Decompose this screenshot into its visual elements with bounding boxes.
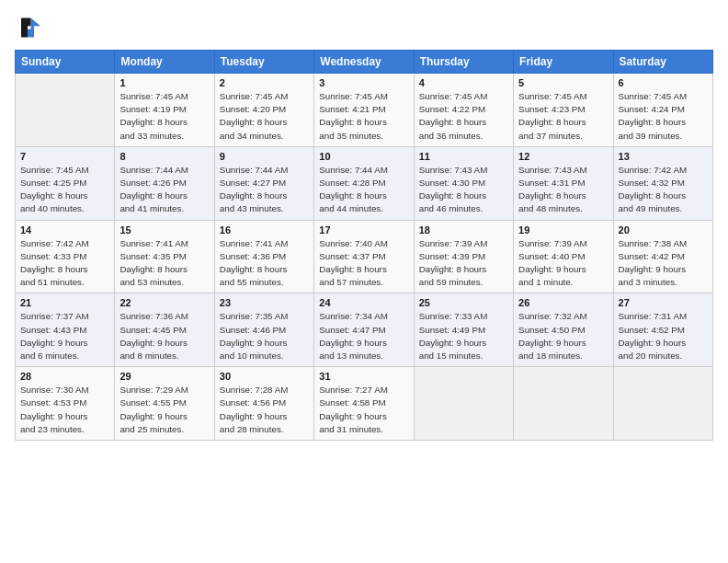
weekday-monday: Monday (115, 51, 214, 74)
day-number: 8 (119, 151, 209, 162)
week-row-3: 14Sunrise: 7:42 AMSunset: 4:33 PMDayligh… (16, 220, 713, 293)
day-cell: 11Sunrise: 7:43 AMSunset: 4:30 PMDayligh… (414, 146, 513, 220)
day-info: Sunrise: 7:43 AMSunset: 4:30 PMDaylight:… (419, 164, 508, 216)
day-number: 17 (319, 224, 408, 236)
day-number: 29 (119, 371, 209, 382)
day-info: Sunrise: 7:45 AMSunset: 4:20 PMDaylight:… (220, 90, 309, 143)
day-info: Sunrise: 7:45 AMSunset: 4:22 PMDaylight:… (419, 90, 508, 143)
day-cell (613, 367, 712, 441)
page: SundayMondayTuesdayWednesdayThursdayFrid… (0, 0, 728, 563)
week-row-1: 1Sunrise: 7:45 AMSunset: 4:19 PMDaylight… (16, 74, 713, 147)
day-cell: 19Sunrise: 7:39 AMSunset: 4:40 PMDayligh… (514, 220, 613, 293)
day-number: 19 (518, 224, 608, 236)
day-number: 13 (619, 151, 708, 162)
week-row-2: 7Sunrise: 7:45 AMSunset: 4:25 PMDaylight… (16, 146, 713, 220)
day-cell: 16Sunrise: 7:41 AMSunset: 4:36 PMDayligh… (214, 220, 313, 293)
weekday-friday: Friday (514, 51, 613, 74)
day-info: Sunrise: 7:44 AMSunset: 4:26 PMDaylight:… (119, 164, 209, 216)
day-cell: 27Sunrise: 7:31 AMSunset: 4:52 PMDayligh… (613, 293, 712, 367)
day-info: Sunrise: 7:39 AMSunset: 4:40 PMDaylight:… (518, 237, 608, 290)
day-cell: 9Sunrise: 7:44 AMSunset: 4:27 PMDaylight… (214, 146, 313, 220)
day-number: 20 (619, 224, 708, 236)
day-number: 22 (119, 297, 209, 308)
day-cell: 26Sunrise: 7:32 AMSunset: 4:50 PMDayligh… (514, 293, 613, 367)
weekday-thursday: Thursday (414, 51, 513, 74)
day-cell: 3Sunrise: 7:45 AMSunset: 4:21 PMDaylight… (314, 74, 414, 147)
weekday-header-row: SundayMondayTuesdayWednesdayThursdayFrid… (16, 51, 713, 74)
day-number: 7 (20, 151, 109, 162)
day-info: Sunrise: 7:28 AMSunset: 4:56 PMDaylight:… (220, 384, 309, 436)
day-cell (414, 367, 513, 441)
day-cell: 30Sunrise: 7:28 AMSunset: 4:56 PMDayligh… (214, 367, 313, 441)
day-number: 6 (619, 77, 708, 88)
day-number: 4 (419, 77, 508, 88)
calendar-table: SundayMondayTuesdayWednesdayThursdayFrid… (15, 50, 713, 441)
day-cell (16, 74, 115, 147)
header (15, 15, 713, 40)
day-info: Sunrise: 7:40 AMSunset: 4:37 PMDaylight:… (319, 237, 408, 290)
day-info: Sunrise: 7:35 AMSunset: 4:46 PMDaylight:… (220, 310, 309, 362)
day-number: 23 (220, 297, 309, 308)
day-cell: 12Sunrise: 7:43 AMSunset: 4:31 PMDayligh… (514, 146, 613, 220)
day-cell: 1Sunrise: 7:45 AMSunset: 4:19 PMDaylight… (115, 74, 214, 147)
day-info: Sunrise: 7:45 AMSunset: 4:19 PMDaylight:… (119, 90, 209, 143)
day-cell: 29Sunrise: 7:29 AMSunset: 4:55 PMDayligh… (115, 367, 214, 441)
day-cell: 6Sunrise: 7:45 AMSunset: 4:24 PMDaylight… (613, 74, 712, 147)
weekday-wednesday: Wednesday (314, 51, 414, 74)
day-number: 28 (20, 371, 109, 382)
day-cell: 4Sunrise: 7:45 AMSunset: 4:22 PMDaylight… (414, 74, 513, 147)
day-info: Sunrise: 7:45 AMSunset: 4:24 PMDaylight:… (619, 90, 708, 143)
day-number: 24 (319, 297, 408, 308)
day-info: Sunrise: 7:37 AMSunset: 4:43 PMDaylight:… (20, 310, 109, 362)
day-info: Sunrise: 7:39 AMSunset: 4:39 PMDaylight:… (419, 237, 508, 290)
day-number: 21 (20, 297, 109, 308)
weekday-saturday: Saturday (613, 51, 712, 74)
day-info: Sunrise: 7:31 AMSunset: 4:52 PMDaylight:… (619, 310, 708, 362)
day-cell: 13Sunrise: 7:42 AMSunset: 4:32 PMDayligh… (613, 146, 712, 220)
day-cell: 17Sunrise: 7:40 AMSunset: 4:37 PMDayligh… (314, 220, 414, 293)
day-cell: 10Sunrise: 7:44 AMSunset: 4:28 PMDayligh… (314, 146, 414, 220)
day-info: Sunrise: 7:44 AMSunset: 4:28 PMDaylight:… (319, 164, 408, 216)
day-number: 15 (119, 224, 209, 236)
day-number: 11 (419, 151, 508, 162)
calendar-header: SundayMondayTuesdayWednesdayThursdayFrid… (16, 51, 713, 74)
day-number: 5 (518, 77, 608, 88)
day-number: 25 (419, 297, 508, 308)
week-row-5: 28Sunrise: 7:30 AMSunset: 4:53 PMDayligh… (16, 367, 713, 441)
logo-icon (15, 15, 40, 40)
day-info: Sunrise: 7:36 AMSunset: 4:45 PMDaylight:… (119, 310, 209, 362)
day-number: 16 (220, 224, 309, 236)
day-cell: 7Sunrise: 7:45 AMSunset: 4:25 PMDaylight… (16, 146, 115, 220)
day-info: Sunrise: 7:44 AMSunset: 4:27 PMDaylight:… (220, 164, 309, 216)
day-cell: 18Sunrise: 7:39 AMSunset: 4:39 PMDayligh… (414, 220, 513, 293)
day-info: Sunrise: 7:43 AMSunset: 4:31 PMDaylight:… (518, 164, 608, 216)
day-cell: 14Sunrise: 7:42 AMSunset: 4:33 PMDayligh… (16, 220, 115, 293)
day-cell: 2Sunrise: 7:45 AMSunset: 4:20 PMDaylight… (214, 74, 313, 147)
weekday-sunday: Sunday (16, 51, 115, 74)
day-number: 3 (319, 77, 408, 88)
day-number: 26 (518, 297, 608, 308)
day-info: Sunrise: 7:33 AMSunset: 4:49 PMDaylight:… (419, 310, 508, 362)
day-cell: 31Sunrise: 7:27 AMSunset: 4:58 PMDayligh… (314, 367, 414, 441)
day-cell: 21Sunrise: 7:37 AMSunset: 4:43 PMDayligh… (16, 293, 115, 367)
day-info: Sunrise: 7:42 AMSunset: 4:32 PMDaylight:… (619, 164, 708, 216)
day-cell: 25Sunrise: 7:33 AMSunset: 4:49 PMDayligh… (414, 293, 513, 367)
day-number: 9 (220, 151, 309, 162)
day-info: Sunrise: 7:27 AMSunset: 4:58 PMDaylight:… (319, 384, 408, 436)
day-info: Sunrise: 7:41 AMSunset: 4:36 PMDaylight:… (220, 237, 309, 290)
day-cell: 23Sunrise: 7:35 AMSunset: 4:46 PMDayligh… (214, 293, 313, 367)
day-number: 12 (518, 151, 608, 162)
day-number: 2 (220, 77, 309, 88)
day-info: Sunrise: 7:32 AMSunset: 4:50 PMDaylight:… (518, 310, 608, 362)
day-number: 1 (119, 77, 209, 88)
day-number: 27 (619, 297, 708, 308)
day-cell (514, 367, 613, 441)
weekday-tuesday: Tuesday (214, 51, 313, 74)
day-info: Sunrise: 7:42 AMSunset: 4:33 PMDaylight:… (20, 237, 109, 290)
day-cell: 24Sunrise: 7:34 AMSunset: 4:47 PMDayligh… (314, 293, 414, 367)
day-cell: 8Sunrise: 7:44 AMSunset: 4:26 PMDaylight… (115, 146, 214, 220)
day-cell: 22Sunrise: 7:36 AMSunset: 4:45 PMDayligh… (115, 293, 214, 367)
day-number: 10 (319, 151, 408, 162)
calendar-body: 1Sunrise: 7:45 AMSunset: 4:19 PMDaylight… (16, 74, 713, 441)
day-number: 30 (220, 371, 309, 382)
